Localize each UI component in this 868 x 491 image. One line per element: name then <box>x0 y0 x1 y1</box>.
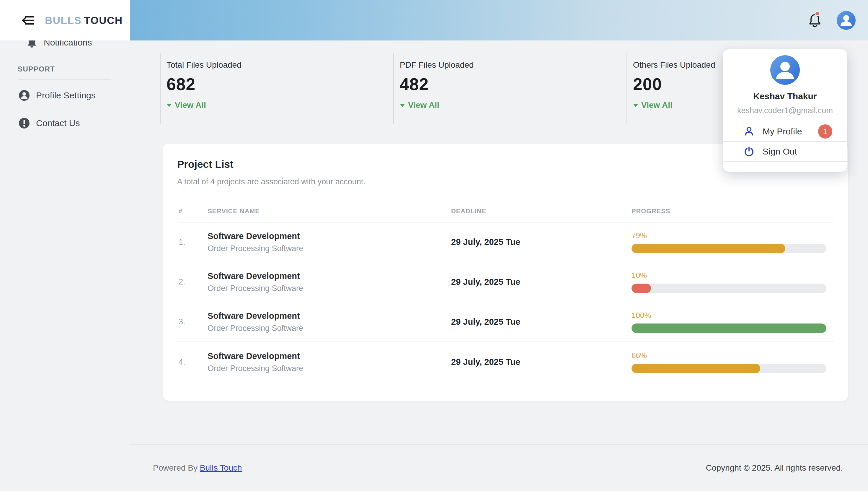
top-header <box>0 0 868 40</box>
person-circle-icon <box>18 89 30 101</box>
row-progress-cell: 100% <box>631 311 834 333</box>
progress-bar <box>631 244 826 253</box>
notification-count-badge: 1 <box>818 124 832 139</box>
menu-open-icon[interactable] <box>21 15 35 26</box>
header-actions <box>808 0 856 40</box>
progress-fill <box>631 364 760 373</box>
row-deadline: 29 July, 2025 Tue <box>451 277 631 287</box>
caret-down-icon <box>633 104 638 107</box>
service-subtitle: Order Processing Software <box>208 324 451 333</box>
sidebar-item-contact-us[interactable]: Contact Us <box>0 111 130 136</box>
stat-label: Total Files Uploaded <box>166 60 393 70</box>
row-service-cell: Software Development Order Processing So… <box>208 351 451 373</box>
row-progress-cell: 66% <box>631 351 834 373</box>
view-all-link[interactable]: View All <box>400 100 626 110</box>
row-deadline: 29 July, 2025 Tue <box>451 357 631 367</box>
brand-part1: BULLS <box>45 15 82 26</box>
table-row[interactable]: 4. Software Development Order Processing… <box>177 342 834 382</box>
service-subtitle: Order Processing Software <box>208 244 451 253</box>
project-table: # SERVICE NAME DEADLINE PROGRESS 1. Soft… <box>177 201 834 382</box>
service-subtitle: Order Processing Software <box>208 284 451 293</box>
user-name: Keshav Thakur <box>723 91 847 101</box>
table-header-row: # SERVICE NAME DEADLINE PROGRESS <box>177 201 834 223</box>
notifications-bell-icon[interactable] <box>808 13 822 28</box>
service-subtitle: Order Processing Software <box>208 364 451 373</box>
stat-value: 482 <box>400 75 626 94</box>
menu-item-sign-out[interactable]: Sign Out <box>723 142 847 162</box>
column-header-progress: PROGRESS <box>631 207 834 215</box>
progress-fill <box>631 244 785 253</box>
footer-powered-by: Powered By Bulls Touch <box>153 463 242 473</box>
footer-divider <box>130 444 868 444</box>
sidebar-section-support: SUPPORT <box>18 65 130 73</box>
menu-item-label: My Profile <box>763 126 802 137</box>
exclamation-circle-icon <box>18 117 30 129</box>
sidebar-divider <box>18 79 111 80</box>
progress-fill <box>631 284 651 293</box>
bulls-touch-link[interactable]: Bulls Touch <box>200 463 242 472</box>
row-index: 4. <box>179 357 208 367</box>
profile-dropdown: Keshav Thakur keshav.coder1@gmail.com My… <box>723 49 847 172</box>
table-row[interactable]: 3. Software Development Order Processing… <box>177 302 834 342</box>
project-list-card: Project List A total of 4 projects are a… <box>163 144 848 401</box>
column-header-deadline: DEADLINE <box>451 207 631 215</box>
row-progress-cell: 79% <box>631 231 834 253</box>
power-icon <box>744 146 754 157</box>
sidebar-item-label: Contact Us <box>36 118 80 128</box>
row-deadline: 29 July, 2025 Tue <box>451 237 631 247</box>
sidebar-item-label: Notifications <box>44 40 92 48</box>
caret-down-icon <box>400 104 405 107</box>
service-name: Software Development <box>208 351 451 361</box>
row-index: 3. <box>179 317 208 326</box>
stat-value: 682 <box>166 75 393 94</box>
brand-part2: TOUCH <box>84 15 123 26</box>
progress-label: 10% <box>631 271 827 280</box>
service-name: Software Development <box>208 311 451 321</box>
stat-card-total-files: Total Files Uploaded 682 View All <box>160 53 393 124</box>
menu-item-my-profile[interactable]: My Profile 1 <box>723 122 847 142</box>
service-name: Software Development <box>208 231 451 241</box>
user-email: keshav.coder1@gmail.com <box>723 106 847 115</box>
row-service-cell: Software Development Order Processing So… <box>208 311 451 333</box>
row-service-cell: Software Development Order Processing So… <box>208 271 451 293</box>
row-service-cell: Software Development Order Processing So… <box>208 231 451 253</box>
stat-label: PDF Files Uploaded <box>400 60 626 70</box>
sidebar-item-notifications[interactable]: Notifications <box>0 40 130 53</box>
table-body: 1. Software Development Order Processing… <box>177 223 834 382</box>
bell-icon <box>26 40 38 49</box>
column-header-service: SERVICE NAME <box>208 207 451 215</box>
row-progress-cell: 10% <box>631 271 834 293</box>
caret-down-icon <box>166 104 172 107</box>
dropdown-user-avatar <box>770 55 800 85</box>
brand-title: BULLSTOUCH <box>45 15 123 26</box>
logo-block: BULLSTOUCH <box>0 0 130 40</box>
progress-label: 79% <box>631 231 827 240</box>
sidebar-item-profile-settings[interactable]: Profile Settings <box>0 83 130 108</box>
row-deadline: 29 July, 2025 Tue <box>451 317 631 327</box>
row-index: 1. <box>179 237 208 247</box>
sidebar: Notifications SUPPORT Profile Settings C… <box>0 40 130 491</box>
stat-card-pdf-files: PDF Files Uploaded 482 View All <box>393 53 626 124</box>
table-row[interactable]: 1. Software Development Order Processing… <box>177 223 834 262</box>
header-user-avatar[interactable] <box>837 11 856 30</box>
row-index: 2. <box>179 278 208 287</box>
progress-label: 100% <box>631 311 827 320</box>
person-outline-icon <box>744 126 754 137</box>
service-name: Software Development <box>208 271 451 281</box>
footer-copyright: Copyright © 2025. All rights reserved. <box>706 463 843 473</box>
menu-item-label: Sign Out <box>763 147 797 156</box>
table-row[interactable]: 2. Software Development Order Processing… <box>177 262 834 302</box>
notification-dot <box>815 11 819 16</box>
progress-bar <box>631 323 826 333</box>
page-subtitle: A total of 4 projects are associated wit… <box>177 177 834 186</box>
progress-fill <box>631 323 826 333</box>
progress-bar <box>631 364 826 373</box>
progress-bar <box>631 284 826 293</box>
column-header-index: # <box>179 207 208 215</box>
sidebar-item-label: Profile Settings <box>36 90 96 100</box>
progress-label: 66% <box>631 351 827 360</box>
view-all-link[interactable]: View All <box>166 100 393 110</box>
